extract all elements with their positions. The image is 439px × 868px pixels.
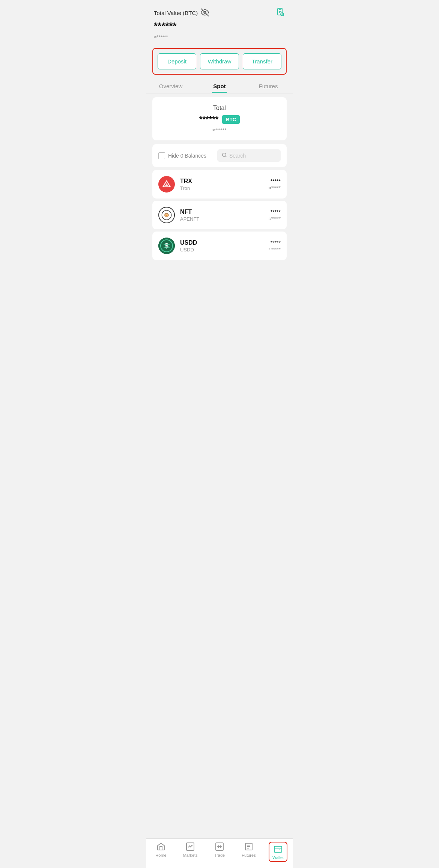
btc-value: ******: [154, 20, 285, 32]
trx-symbol: TRX: [180, 178, 263, 185]
hide-zero-checkbox[interactable]: [158, 152, 165, 159]
usdd-balance: *****: [269, 240, 281, 246]
trx-approx: ≈*****: [269, 185, 281, 191]
asset-list: TRX Tron ***** ≈***** 🐵 NFT APENFT *****: [146, 170, 293, 260]
trx-logo: [158, 176, 175, 193]
btc-badge: BTC: [222, 115, 240, 124]
nft-info: NFT APENFT: [180, 209, 263, 222]
svg-text:$: $: [165, 242, 168, 250]
action-buttons: Deposit Withdraw Transfer: [158, 53, 281, 69]
filter-row: Hide 0 Balances Search: [152, 144, 287, 167]
nft-balance: *****: [269, 209, 281, 215]
nft-name: APENFT: [180, 216, 263, 222]
asset-item-nft[interactable]: 🐵 NFT APENFT ***** ≈*****: [152, 201, 287, 229]
usdd-info: USDD USDD: [180, 239, 263, 253]
usdd-approx: ≈*****: [269, 247, 281, 252]
total-amount: ******: [199, 114, 218, 124]
usdd-logo: $: [158, 238, 175, 254]
total-approx: ≈******: [160, 127, 279, 133]
spot-total-section: Total ****** BTC ≈******: [152, 97, 287, 140]
asset-item-usdd[interactable]: $ USDD USDD ***** ≈*****: [152, 232, 287, 260]
action-buttons-wrapper: Deposit Withdraw Transfer: [152, 48, 287, 75]
usdd-symbol: USDD: [180, 239, 263, 246]
spot-total-label: Total: [160, 105, 279, 111]
withdraw-button[interactable]: Withdraw: [200, 53, 239, 69]
eye-slash-icon[interactable]: [201, 8, 209, 18]
tab-spot[interactable]: Spot: [195, 83, 244, 93]
wallet-tabs: Overview Spot Futures: [146, 79, 293, 93]
nft-approx: ≈*****: [269, 216, 281, 221]
trx-info: TRX Tron: [180, 178, 263, 191]
svg-point-7: [223, 153, 226, 156]
search-icon: [222, 152, 227, 159]
usdd-amounts: ***** ≈*****: [269, 240, 281, 252]
nft-amounts: ***** ≈*****: [269, 209, 281, 221]
svg-line-6: [283, 15, 284, 16]
hide-zero-label: Hide 0 Balances: [168, 153, 206, 159]
svg-line-8: [226, 156, 227, 157]
wallet-header: Total Value (BTC): [146, 0, 293, 44]
trx-name: Tron: [180, 185, 263, 191]
usdd-name: USDD: [180, 247, 263, 253]
report-icon[interactable]: [276, 8, 285, 18]
nft-logo: 🐵: [158, 207, 175, 223]
total-value-text: Total Value (BTC): [154, 10, 198, 16]
deposit-button[interactable]: Deposit: [158, 53, 196, 69]
approx-value: ≈******: [154, 34, 285, 40]
transfer-button[interactable]: Transfer: [243, 53, 281, 69]
svg-text:🐵: 🐵: [164, 212, 170, 218]
tab-futures[interactable]: Futures: [244, 83, 293, 93]
nft-symbol: NFT: [180, 209, 263, 215]
trx-balance: *****: [269, 178, 281, 184]
search-box[interactable]: Search: [217, 149, 281, 162]
total-value-row: Total Value (BTC): [154, 8, 285, 18]
tab-overview[interactable]: Overview: [146, 83, 195, 93]
asset-item-trx[interactable]: TRX Tron ***** ≈*****: [152, 170, 287, 199]
total-amount-row: ****** BTC: [160, 114, 279, 124]
search-placeholder: Search: [229, 153, 246, 159]
trx-amounts: ***** ≈*****: [269, 178, 281, 191]
total-value-label: Total Value (BTC): [154, 8, 209, 18]
hide-zero-checkbox-label[interactable]: Hide 0 Balances: [158, 152, 213, 159]
